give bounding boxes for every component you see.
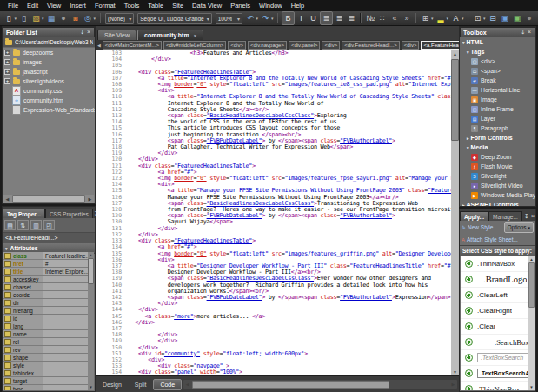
expand-icon[interactable]: + [4,50,10,56]
expand-icon[interactable]: + [4,69,10,75]
scroll-up-icon[interactable]: ▲ [89,252,92,258]
attribute-value-cell[interactable] [43,377,88,384]
toolbox-item-windows-media-player[interactable]: ▶Windows Media Player [460,190,535,200]
attribute-row-title[interactable]: titleInternet Explore... [3,268,88,276]
styles-vscrollbar[interactable]: ▲ ▼ [528,256,535,390]
attribute-value-cell[interactable] [43,276,88,282]
attribute-row-tabindex[interactable]: tabindex [3,369,88,377]
menu-window[interactable]: Window [255,0,287,11]
layout-table-button[interactable]: ⊟ [487,12,498,24]
decrease-indent-button[interactable]: « [389,12,400,24]
css-style-item[interactable]: .Clear [461,319,528,335]
toolbox-item-horizontal-line[interactable]: —Horizontal Line [460,85,535,95]
tag-breadcrumb-chip[interactable]: <div.navpage> [248,41,287,50]
close-icon[interactable]: × [527,28,532,37]
tag-breadcrumb-chip[interactable]: <div> [402,41,420,50]
toolbox-section-asp-net-controls[interactable]: ▸ASP.NET Controls [460,200,535,207]
menu-view[interactable]: View [43,0,65,11]
css-style-item[interactable]: .BrandLogo [461,272,528,288]
attribute-row-coords[interactable]: coords [3,291,88,299]
align-right-button[interactable]: ≣ [346,12,357,24]
scroll-left-icon[interactable]: ◀ [3,196,11,202]
tab-css-properties[interactable]: CSS Properties [45,209,93,218]
scroll-right-icon[interactable]: ▶ [449,382,457,387]
attribute-row-hreflang[interactable]: hreflang [3,307,88,315]
scrollbar-thumb[interactable] [528,262,535,308]
attribute-value-cell[interactable] [43,330,88,337]
attribute-row-name[interactable]: name [3,330,88,338]
attribute-row-accesskey[interactable]: accesskey [3,276,88,283]
scroll-up-icon[interactable]: ▲ [453,50,457,58]
toolbox-section-form-controls[interactable]: ▸Form Controls [460,133,535,143]
scrollbar-thumb[interactable] [12,195,85,203]
css-style-item[interactable]: .ClearLeft [461,288,528,303]
open-page-button[interactable]: ▯ [18,12,30,24]
attach-stylesheet-link[interactable]: Attach Style Sheet... [467,236,518,243]
tree-item-deepzooms[interactable]: +deepzooms [3,48,95,57]
tag-breadcrumb-chip[interactable]: <div#MainContentM...> [103,41,162,50]
toolbox-item-layer[interactable]: ▤Layer [460,114,535,123]
toolbox-section-media[interactable]: ▾Media [460,143,535,152]
pin-icon[interactable]: ↧ [520,28,527,37]
menu-data-view[interactable]: Data View [188,0,226,11]
scroll-right-icon[interactable]: ▶ [86,196,94,202]
tab-site-view[interactable]: Site View [97,30,136,40]
css-style-item[interactable]: .SearchBox [461,335,528,350]
menu-format[interactable]: Format [90,0,120,11]
tab-close-icon[interactable]: × [194,33,197,38]
tab-apply-styles[interactable]: Apply... [460,211,488,221]
tab-design[interactable]: Design [96,380,128,389]
toolbox-section-tags[interactable]: ▾Tags [460,47,535,56]
toolbox-item--div-[interactable]: ▢<div> [460,56,535,66]
highlight-button[interactable]: ▂▾ [435,12,449,24]
categorized-view-button[interactable]: ▤ [4,220,16,230]
menu-insert[interactable]: Insert [65,0,90,11]
toolbox-item-image[interactable]: ▣Image [460,95,535,104]
options-button[interactable]: Options▾ [504,222,534,233]
toolbox-item-deep-zoom[interactable]: ◆Deep Zoom [460,152,535,162]
pin-icon[interactable]: ↧ [79,28,86,37]
css-style-item[interactable]: .ThinNavBox [461,382,528,390]
tab-split[interactable]: Split [129,380,153,389]
attribute-row-rel[interactable]: rel [3,338,88,346]
insert-picture-button[interactable]: ▣ [499,12,510,24]
menu-tools[interactable]: Tools [120,0,144,11]
code-vscrollbar[interactable]: ▲ ▼ [451,50,459,376]
toolbox-item-silverlight-video[interactable]: ▸Silverlight Video [460,181,535,190]
menu-file[interactable]: File [3,0,23,11]
css-style-item[interactable]: .ThinNavBox [461,256,528,272]
code-hscrollbar[interactable]: ◀ ▶ [183,380,457,389]
attribute-row-lang[interactable]: lang [3,322,88,330]
tag-breadcrumb-chip[interactable]: <div> [322,41,340,50]
close-icon[interactable]: × [86,28,91,37]
back-icon[interactable]: ◀ [97,43,101,48]
scroll-down-icon[interactable]: ▼ [89,384,92,390]
menu-help[interactable]: Help [287,0,309,11]
folder-root[interactable]: C:\Users\adm\Desktop\yWeb3 New Fea [3,37,95,48]
tag-properties-vscrollbar[interactable]: ▲ ▼ [88,252,94,390]
expand-icon[interactable]: + [4,59,10,65]
set-properties-top-button[interactable]: ▥ [30,220,42,230]
align-left-button[interactable]: ≣ [320,11,333,25]
attribute-value-cell[interactable] [43,307,88,314]
scroll-left-icon[interactable]: ◀ [183,382,191,387]
tree-item-javascript[interactable]: +javascript [3,67,95,76]
web-component-button[interactable]: ● [523,12,535,24]
increase-indent-button[interactable]: » [401,12,412,24]
bullet-list-button[interactable]: ∷ [376,12,388,24]
attribute-value-cell[interactable] [43,322,88,329]
font-color-button[interactable]: A▾ [450,12,465,24]
bold-button[interactable]: B [282,11,295,25]
attribute-value-cell[interactable] [43,338,88,345]
italic-button[interactable]: I [296,12,307,24]
attribute-value-cell[interactable] [43,369,88,376]
css-style-item[interactable]: .TextBoxSearchActive [461,366,528,382]
save-button[interactable]: ▦ [46,12,57,24]
find-button[interactable]: ◎▾ [83,12,97,24]
borders-button[interactable]: ⊡▾ [472,12,487,24]
attribute-row-href[interactable]: href# [3,260,88,268]
numbered-list-button[interactable]: № [364,12,375,24]
toolbox-item--span-[interactable]: ▭<span> [460,66,535,76]
close-icon[interactable]: × [530,212,535,221]
tree-item-community-htm[interactable]: ‹›community.htm [3,96,95,105]
